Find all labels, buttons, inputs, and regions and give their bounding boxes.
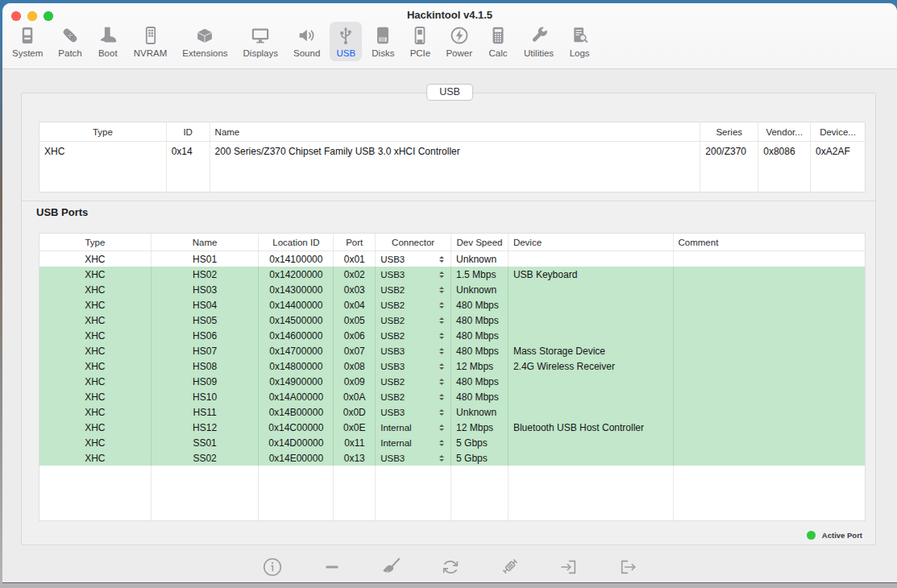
stepper-icon[interactable]: [439, 271, 446, 278]
port-row-hs04[interactable]: XHCHS040x144000000x04USB2480 Mbps: [39, 297, 865, 313]
cell-port: 0x02: [334, 267, 376, 282]
toolbar-item-boot[interactable]: Boot: [92, 22, 124, 61]
broom-icon: [379, 555, 403, 579]
toolbar-item-extensions[interactable]: Extensions: [176, 22, 233, 61]
port-row-hs05[interactable]: XHCHS050x145000000x05USB2480 Mbps: [39, 313, 865, 328]
stepper-icon[interactable]: [439, 379, 446, 385]
toolbar-item-label: System: [12, 48, 43, 59]
port-row-hs09[interactable]: XHCHS090x149000000x09USB2480 Mbps: [39, 374, 865, 389]
column-header-type[interactable]: Type: [39, 122, 167, 141]
column-header-location-id[interactable]: Location ID: [259, 234, 334, 251]
usb-tab-panel: TypeIDNameSeriesVendor...Device... XHC0x…: [21, 93, 876, 545]
toolbar-item-power[interactable]: Power: [440, 22, 478, 61]
port-row-hs07[interactable]: XHCHS070x147000000x07USB3480 MbpsMass St…: [39, 343, 865, 358]
toolbar-item-pcie[interactable]: PCIe: [404, 22, 436, 61]
port-row-hs03[interactable]: XHCHS030x143000000x03USB2Unknown: [39, 282, 865, 297]
refresh-button[interactable]: [438, 554, 463, 580]
toolbar-item-system[interactable]: System: [6, 22, 48, 61]
port-row-hs11[interactable]: XHCHS110x14B000000x0DUSB3Unknown: [39, 404, 865, 420]
toolbar-item-label: Extensions: [182, 48, 227, 59]
pcie-icon: [409, 25, 430, 46]
main-toolbar: SystemPatchBootNVRAMExtensionsDisplaysSo…: [6, 22, 596, 68]
port-row-hs08[interactable]: XHCHS080x148000000x08USB312 Mbps2.4G Wir…: [39, 358, 865, 374]
tab-usb[interactable]: USB: [426, 84, 473, 101]
stepper-icon[interactable]: [439, 363, 446, 370]
active-port-dot: [807, 531, 816, 540]
stepper-icon[interactable]: [439, 287, 446, 293]
toolbar-item-disks[interactable]: Disks: [366, 22, 400, 61]
cell-comment: [674, 343, 866, 358]
column-header-comment[interactable]: Comment: [674, 234, 866, 251]
toolbar-item-nvram[interactable]: NVRAM: [128, 22, 173, 61]
remove-button[interactable]: [319, 554, 345, 580]
toolbar-item-logs[interactable]: Logs: [563, 22, 596, 61]
cell-connector[interactable]: USB3: [376, 343, 451, 358]
cell-connector[interactable]: USB2: [376, 374, 451, 389]
cell-name: SS02: [152, 450, 260, 466]
port-row-hs10[interactable]: XHCHS100x14A000000x0AUSB2480 Mbps: [39, 389, 865, 404]
export-button[interactable]: [615, 554, 641, 580]
cell-connector[interactable]: USB3: [376, 267, 451, 282]
cell-connector[interactable]: Internal: [376, 435, 451, 450]
port-row-ss01[interactable]: XHCSS010x14D000000x11Internal5 Gbps: [39, 435, 865, 450]
stepper-icon[interactable]: [439, 302, 446, 308]
column-header-device[interactable]: Device: [509, 234, 674, 251]
port-row-hs12[interactable]: XHCHS120x14C000000x0EInternal12 MbpsBlue…: [39, 420, 865, 435]
cell-connector[interactable]: USB2: [376, 282, 451, 297]
column-header-vendor[interactable]: Vendor...: [758, 122, 811, 141]
stepper-icon[interactable]: [439, 440, 446, 446]
column-header-name[interactable]: Name: [210, 122, 701, 141]
column-header-connector[interactable]: Connector: [376, 234, 451, 251]
column-header-dev-speed[interactable]: Dev Speed: [451, 234, 509, 251]
cell-connector[interactable]: Internal: [376, 420, 451, 435]
column-header-series[interactable]: Series: [700, 122, 758, 141]
port-row-hs02[interactable]: XHCHS020x142000000x02USB31.5 MbpsUSB Key…: [39, 267, 865, 282]
column-header-type[interactable]: Type: [39, 234, 152, 251]
cell-connector[interactable]: USB2: [376, 297, 451, 313]
connector-value: USB2: [380, 331, 405, 341]
stepper-icon[interactable]: [439, 394, 446, 400]
cell-connector[interactable]: USB2: [376, 389, 451, 404]
inject-button[interactable]: [496, 554, 522, 580]
toolbar-item-utilities[interactable]: Utilities: [518, 22, 559, 61]
cell-comment: [674, 251, 866, 267]
cell-comment: [674, 282, 866, 297]
clean-button[interactable]: [378, 554, 404, 580]
toolbar-item-displays[interactable]: Displays: [238, 22, 284, 61]
cell-connector[interactable]: USB3: [376, 251, 451, 267]
info-button[interactable]: [260, 554, 285, 580]
toolbar-item-usb[interactable]: USB: [330, 22, 362, 61]
cell-location_id: 0x14C00000: [259, 420, 334, 435]
controllers-header: TypeIDNameSeriesVendor...Device...: [39, 122, 865, 142]
stepper-icon[interactable]: [439, 409, 446, 416]
column-header-port[interactable]: Port: [334, 234, 376, 251]
cell-connector[interactable]: USB2: [376, 328, 451, 343]
cell-connector[interactable]: USB2: [376, 313, 451, 328]
port-row-hs01[interactable]: XHCHS010x141000000x01USB3Unknown: [39, 251, 865, 267]
stepper-icon[interactable]: [439, 333, 446, 339]
stepper-icon[interactable]: [439, 317, 446, 324]
content-area: TypeIDNameSeriesVendor...Device... XHC0x…: [2, 69, 897, 582]
column-header-name[interactable]: Name: [152, 234, 260, 251]
stepper-icon[interactable]: [439, 348, 446, 354]
toolbar-item-calc[interactable]: Calc: [482, 22, 514, 61]
port-row-ss02[interactable]: XHCSS020x14E000000x13USB35 Gbps: [39, 450, 865, 466]
toolbar-item-label: Logs: [570, 48, 590, 59]
cell-connector[interactable]: USB3: [376, 404, 451, 420]
cell-name: HS06: [152, 328, 260, 343]
controller-row[interactable]: XHC0x14200 Series/Z370 Chipset Family US…: [39, 142, 865, 192]
cell-connector[interactable]: USB3: [376, 450, 451, 466]
toolbar-item-sound[interactable]: Sound: [288, 22, 326, 61]
import-button[interactable]: [556, 554, 582, 580]
column-header-device[interactable]: Device...: [811, 122, 865, 141]
toolbar-item-patch[interactable]: Patch: [52, 22, 87, 61]
port-row-hs06[interactable]: XHCHS060x146000000x06USB2480 Mbps: [39, 328, 865, 343]
stepper-icon[interactable]: [439, 256, 446, 263]
column-header-id[interactable]: ID: [167, 122, 210, 141]
stepper-icon[interactable]: [439, 424, 446, 431]
cell-connector[interactable]: USB3: [376, 358, 451, 374]
cell-type: XHC: [39, 420, 152, 435]
extensions-icon: [194, 25, 215, 46]
cell-device: [509, 404, 674, 420]
stepper-icon[interactable]: [439, 455, 446, 462]
